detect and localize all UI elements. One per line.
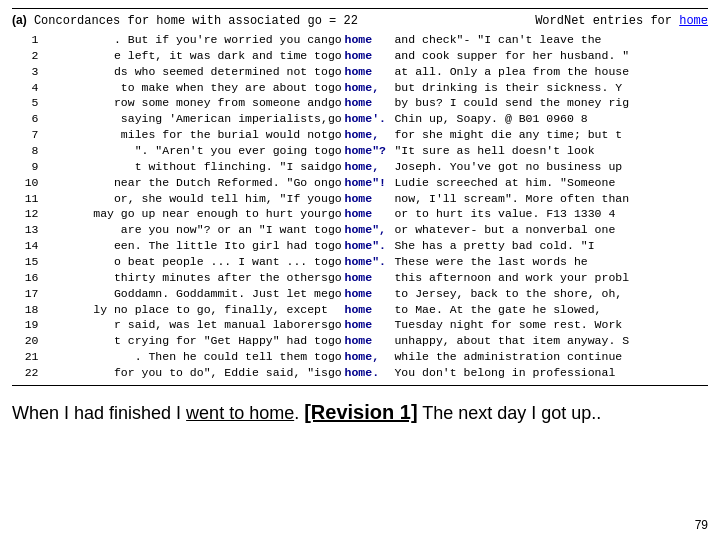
left-context: to make when they are about to (39, 80, 328, 96)
table-row: 4to make when they are about togohome,bu… (12, 80, 708, 96)
home-word: home (345, 95, 395, 111)
table-row: 6saying 'American imperialists,gohome'.C… (12, 111, 708, 127)
line-number: 14 (12, 238, 39, 254)
table-row: 1. But if you're worried you cangohomean… (12, 32, 708, 48)
go-word: go (328, 64, 345, 80)
line-number: 13 (12, 222, 39, 238)
left-context: t crying for "Get Happy" had to (39, 333, 328, 349)
left-context: are you now"? or an "I want to (39, 222, 328, 238)
line-number: 17 (12, 286, 39, 302)
home-word: home", (345, 222, 395, 238)
left-context: . But if you're worried you can (39, 32, 328, 48)
revision-link[interactable]: [Revision 1] (304, 401, 417, 423)
home-word: home (345, 48, 395, 64)
go-word: go (328, 48, 345, 64)
home-word: home, (345, 159, 395, 175)
right-context: unhappy, about that item anyway. S (394, 333, 708, 349)
right-context: and check"- "I can't leave the (394, 32, 708, 48)
right-context: or whatever- but a nonverbal one (394, 222, 708, 238)
go-word (328, 302, 345, 318)
line-number: 1 (12, 32, 39, 48)
line-number: 12 (12, 206, 39, 222)
table-row: 8". "Aren't you ever going togohome"?"It… (12, 143, 708, 159)
left-context: Goddamn. Goddammit. Just let me (39, 286, 328, 302)
right-context: now, I'll scream". More often than (394, 191, 708, 207)
bottom-border (12, 385, 708, 386)
home-word: home (345, 270, 395, 286)
line-number: 2 (12, 48, 39, 64)
home-word: home (345, 32, 395, 48)
table-row: 9t without flinching. "I saidgohome,Jose… (12, 159, 708, 175)
line-number: 7 (12, 127, 39, 143)
home-word: home, (345, 127, 395, 143)
right-context: at all. Only a plea from the house (394, 64, 708, 80)
line-number: 6 (12, 111, 39, 127)
right-context: Ludie screeched at him. "Someone (394, 175, 708, 191)
header-row: (a) Concordances for home with associate… (12, 13, 708, 28)
table-row: 2e left, it was dark and time togohomean… (12, 48, 708, 64)
go-word: go (328, 175, 345, 191)
line-number: 9 (12, 159, 39, 175)
table-row: 21. Then he could tell them togohome,whi… (12, 349, 708, 365)
concordance-table: 1. But if you're worried you cangohomean… (12, 32, 708, 381)
go-word: go (328, 127, 345, 143)
table-row: 22for you to do", Eddie said, "isgohome.… (12, 365, 708, 381)
right-context: to Jersey, back to the shore, oh, (394, 286, 708, 302)
left-context: may go up near enough to hurt your (39, 206, 328, 222)
sentence-before: When I had finished I (12, 403, 186, 423)
left-context: ds who seemed determined not to (39, 64, 328, 80)
left-context: r said, was let manual laborers (39, 317, 328, 333)
go-word: go (328, 333, 345, 349)
right-context: These were the last words he (394, 254, 708, 270)
line-number: 16 (12, 270, 39, 286)
sentence-mid: . (294, 403, 304, 423)
go-word: go (328, 222, 345, 238)
right-context: while the administration continue (394, 349, 708, 365)
left-context: ". "Aren't you ever going to (39, 143, 328, 159)
table-row: 3ds who seemed determined not togohomeat… (12, 64, 708, 80)
home-word: home'. (345, 111, 395, 127)
left-context: for you to do", Eddie said, "is (39, 365, 328, 381)
home-word: home (345, 286, 395, 302)
go-word: go (328, 254, 345, 270)
home-word: home, (345, 80, 395, 96)
table-row: 5row some money from someone andgohomeby… (12, 95, 708, 111)
home-word: home". (345, 238, 395, 254)
left-context: thirty minutes after the others (39, 270, 328, 286)
page-container: (a) Concordances for home with associate… (0, 0, 720, 540)
left-context: e left, it was dark and time to (39, 48, 328, 64)
go-word: go (328, 32, 345, 48)
label-a: (a) (12, 13, 27, 27)
line-number: 11 (12, 191, 39, 207)
go-word: go (328, 206, 345, 222)
home-word: home, (345, 349, 395, 365)
concordance-header-left: (a) Concordances for home with associate… (12, 13, 358, 28)
home-word: home (345, 206, 395, 222)
home-word: home (345, 333, 395, 349)
left-context: ly no place to go, finally, except (39, 302, 328, 318)
go-word: go (328, 349, 345, 365)
table-row: 15o beat people ... I want ... togohome"… (12, 254, 708, 270)
line-number: 22 (12, 365, 39, 381)
left-context: een. The little Ito girl had to (39, 238, 328, 254)
left-context: row some money from someone and (39, 95, 328, 111)
home-word: home (345, 191, 395, 207)
sentence-underlined: went to home (186, 403, 294, 423)
left-context: saying 'American imperialists, (39, 111, 328, 127)
go-word: go (328, 286, 345, 302)
home-word: home". (345, 254, 395, 270)
right-context: "It sure as hell doesn't look (394, 143, 708, 159)
right-context: You don't belong in professional (394, 365, 708, 381)
line-number: 3 (12, 64, 39, 80)
right-context: Tuesday night for some rest. Work (394, 317, 708, 333)
wordnet-link[interactable]: home (679, 14, 708, 28)
right-context: by bus? I could send the money rig (394, 95, 708, 111)
concordance-header-right: WordNet entries for home (535, 14, 708, 28)
page-number: 79 (12, 514, 708, 532)
home-word: home"? (345, 143, 395, 159)
go-word: go (328, 238, 345, 254)
go-word: go (328, 317, 345, 333)
line-number: 20 (12, 333, 39, 349)
left-context: or, she would tell him, "If you (39, 191, 328, 207)
home-word: home (345, 302, 395, 318)
